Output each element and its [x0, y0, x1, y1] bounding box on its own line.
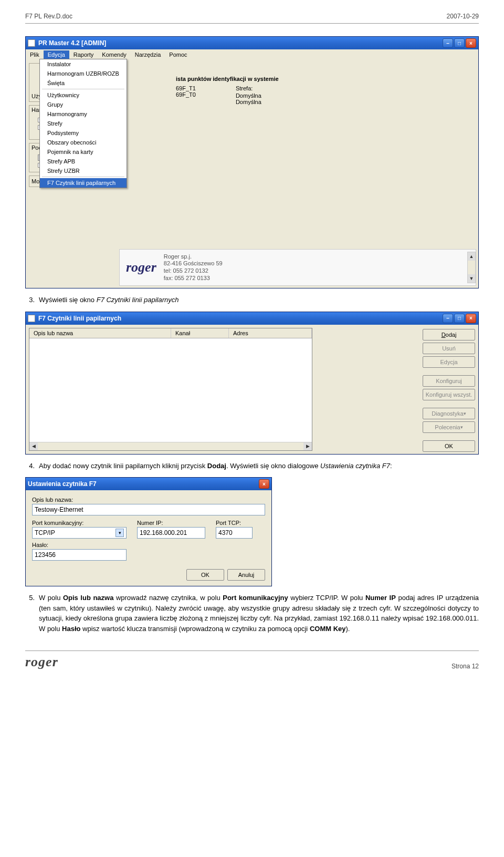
readers-table[interactable]: Opis lub nazwa Kanał Adres ◀ ▶ — [29, 328, 312, 451]
menu-raporty[interactable]: Raporty — [69, 50, 98, 59]
scroll-down-icon[interactable]: ▼ — [468, 274, 475, 283]
maximize-button[interactable]: □ — [454, 314, 465, 323]
maximize-button[interactable]: □ — [454, 38, 465, 48]
list-number: 5. — [25, 593, 35, 634]
page-number: Strona 12 — [452, 663, 479, 670]
addr-line: tel: 055 272 0132 — [164, 267, 223, 275]
paragraph-4: 4. Aby dodać nowy czytnik linii papilarn… — [25, 461, 479, 471]
col-adres[interactable]: Adres — [229, 328, 312, 338]
app-icon — [28, 315, 35, 322]
konfiguruj-wszyst-button: Konfiguruj wszyst. — [423, 389, 475, 400]
scroll-up-icon[interactable]: ▲ — [468, 252, 475, 261]
logo-block: roger Roger sp.j. 82-416 Gościszewo 59 t… — [119, 249, 476, 286]
label-opis: Opis lub nazwa: — [32, 497, 265, 503]
menu-item[interactable]: Harmonogram UZBR/ROZB — [40, 69, 127, 78]
port-tcp-input[interactable] — [216, 527, 253, 539]
ok-button[interactable]: OK — [423, 440, 475, 452]
edycja-button: Edycja — [423, 356, 475, 368]
opis-input[interactable] — [32, 504, 265, 515]
menu-item-f7[interactable]: F7 Czytnik linii papilarnych — [40, 178, 127, 188]
minimize-button[interactable]: – — [443, 314, 453, 323]
window-title: F7 Czytniki linii papilarnych — [38, 315, 121, 322]
menu-item[interactable]: Pojemnik na karty — [40, 147, 127, 157]
dodaj-button[interactable]: Dodaj — [423, 329, 475, 340]
paragraph-5: 5. W polu Opis lub nazwa wprowadź nazwę … — [25, 593, 479, 634]
list-item: 69F_T1 — [176, 85, 196, 91]
close-button[interactable]: × — [259, 479, 269, 489]
label-haslo: Hasło: — [32, 542, 265, 548]
menu-item[interactable]: Harmonogramy — [40, 109, 127, 119]
titlebar[interactable]: Ustawienia czytnika F7 × — [26, 478, 271, 490]
scroll-right-icon[interactable]: ▶ — [303, 442, 312, 450]
polecenia-button: Polecenia — [423, 421, 475, 433]
usun-button: Usuń — [423, 343, 475, 354]
chevron-down-icon[interactable]: ▾ — [116, 529, 124, 537]
close-button[interactable]: × — [466, 314, 476, 323]
titlebar[interactable]: PR Master 4.2 [ADMIN] – □ × — [26, 37, 478, 49]
menu-item[interactable]: Obszary obecności — [40, 138, 127, 147]
titlebar[interactable]: F7 Czytniki linii papilarnych – □ × — [26, 312, 478, 325]
col-strefa: Strefa: — [236, 85, 261, 91]
menu-item[interactable]: Użytkownicy — [40, 90, 127, 100]
window-f7-czytniki: F7 Czytniki linii papilarnych – □ × Opis… — [25, 312, 479, 455]
menu-pomoc[interactable]: Pomoc — [165, 50, 191, 59]
window-ustawienia-czytnika: Ustawienia czytnika F7 × Opis lub nazwa:… — [25, 477, 272, 586]
app-icon — [28, 39, 35, 47]
menu-item[interactable]: Strefy APB — [40, 157, 127, 166]
ok-button[interactable]: OK — [186, 569, 224, 581]
paragraph-3: 3. Wyświetli się okno F7 Czytniki linii … — [25, 295, 479, 305]
list-number: 4. — [25, 461, 35, 471]
menu-item[interactable]: Podsystemy — [40, 128, 127, 138]
panel-title: ista punktów identyfikacji w systemie — [176, 75, 472, 85]
scroll-left-icon[interactable]: ◀ — [29, 442, 38, 450]
right-panel: ista punktów identyfikacji w systemie 69… — [176, 75, 472, 105]
label-numer-ip: Numer IP: — [137, 520, 205, 526]
menubar[interactable]: Plik Edycja Raporty Komendy Narzędzia Po… — [26, 49, 478, 60]
edycja-dropdown[interactable]: Instalator Harmonogram UZBR/ROZB Święta … — [39, 59, 127, 188]
menu-item[interactable]: Strefy UZBR — [40, 166, 127, 175]
window-title: Ustawienia czytnika F7 — [28, 480, 97, 488]
menu-item[interactable]: Święta — [40, 78, 127, 88]
page-footer: roger Strona 12 — [25, 651, 479, 670]
window-title: PR Master 4.2 [ADMIN] — [38, 39, 106, 47]
menu-komendy[interactable]: Komendy — [98, 50, 130, 59]
menu-item[interactable]: Instalator — [40, 59, 127, 69]
doc-date: 2007-10-29 — [447, 13, 479, 20]
list-number: 3. — [25, 295, 35, 305]
port-combo[interactable]: TCP/IP ▾ — [32, 527, 127, 539]
col-opis[interactable]: Opis lub nazwa — [29, 328, 171, 338]
label-port: Port komunikacyjny: — [32, 520, 127, 526]
menu-edycja[interactable]: Edycja — [44, 50, 69, 59]
haslo-input[interactable] — [32, 549, 127, 561]
address: Roger sp.j. 82-416 Gościszewo 59 tel: 05… — [164, 253, 223, 282]
combo-value: TCP/IP — [35, 529, 55, 536]
addr-line: 82-416 Gościszewo 59 — [164, 260, 223, 267]
menu-item[interactable]: Grupy — [40, 100, 127, 109]
numer-ip-input[interactable] — [137, 527, 205, 539]
list-item: 69F_T0 — [176, 91, 196, 98]
menu-narzedzia[interactable]: Narzędzia — [131, 50, 165, 59]
scrollbar[interactable]: ▲ ▼ — [467, 252, 476, 283]
close-button[interactable]: × — [466, 38, 476, 48]
page-header: F7 PL Rev.D.doc 2007-10-29 — [25, 13, 479, 24]
h-scrollbar[interactable]: ◀ ▶ — [29, 442, 312, 450]
doc-name: F7 PL Rev.D.doc — [25, 13, 72, 20]
anuluj-button[interactable]: Anuluj — [227, 569, 265, 581]
addr-line: Roger sp.j. — [164, 253, 223, 261]
window-pr-master: PR Master 4.2 [ADMIN] – □ × Plik Edycja … — [25, 36, 479, 288]
roger-logo: roger — [126, 260, 156, 275]
diagnostyka-button: Diagnostyka — [423, 408, 475, 419]
addr-line: fax: 055 272 0133 — [164, 275, 223, 282]
menu-item[interactable]: Strefy — [40, 119, 127, 128]
menu-plik[interactable]: Plik — [26, 50, 44, 59]
list-item: Domyślna — [236, 99, 261, 105]
col-kanal[interactable]: Kanał — [171, 328, 229, 338]
window-body: Instalator Harmonogram UZBR/ROZB Święta … — [26, 60, 478, 288]
list-item: Domyślna — [236, 92, 261, 99]
label-port-tcp: Port TCP: — [216, 520, 253, 526]
konfiguruj-button: Konfiguruj — [423, 375, 475, 387]
minimize-button[interactable]: – — [443, 38, 453, 48]
roger-logo: roger — [25, 654, 58, 670]
